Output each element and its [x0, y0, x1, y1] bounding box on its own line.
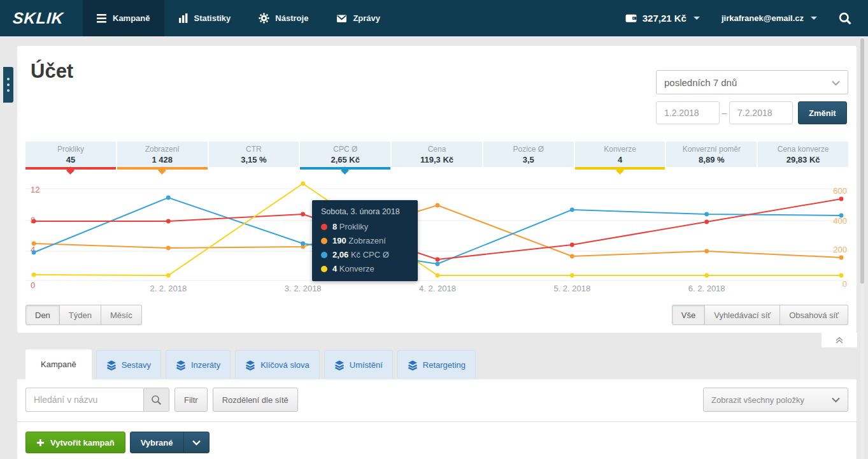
search-input[interactable]	[25, 388, 143, 412]
filter-button[interactable]: Filtr	[174, 388, 208, 412]
campaigns-panel: Filtr Rozdělení dle sítě Zobrazit všechn…	[17, 379, 857, 459]
account-balance-dropdown[interactable]: 327,21 Kč	[625, 13, 700, 24]
tooltip-row: 4 Konverze	[321, 264, 409, 273]
page-title: Účet	[31, 60, 73, 83]
gear-icon	[259, 13, 269, 24]
nav-label: Statistiky	[194, 13, 231, 23]
layers-icon	[176, 360, 186, 370]
chart-point-Prokliky	[839, 197, 844, 201]
create-campaign-button[interactable]: Vytvořit kampaň	[25, 432, 125, 453]
network-vyhledavaci[interactable]: Vyhledávací síť	[705, 305, 780, 325]
performance-chart[interactable]: 1284060040020002. 2. 20183. 2. 20184. 2.…	[25, 181, 848, 304]
account-overview-panel: Účet posledních 7 dnů – Změnit Prokliky …	[17, 46, 857, 333]
double-chevron-up-icon	[834, 336, 844, 344]
show-items-select[interactable]: Zobrazit všechny položky	[703, 388, 848, 412]
change-date-button[interactable]: Změnit	[798, 101, 847, 124]
chart-point-Prokliky	[301, 212, 305, 217]
metric-underline	[300, 167, 390, 170]
nav-item-zpravy[interactable]: Zprávy	[322, 0, 394, 36]
page-scrollbar[interactable]	[860, 36, 864, 459]
metric-tab-pozice[interactable]: Pozice Ø 3,5	[483, 142, 574, 167]
x-axis-label: 6. 2. 2018	[688, 284, 725, 293]
nav-item-nastroje[interactable]: Nástroje	[245, 0, 322, 36]
x-axis-label: 5. 2. 2018	[553, 284, 590, 293]
chevron-down-icon	[832, 77, 840, 88]
sklik-logo[interactable]: SKLIK	[0, 0, 84, 36]
chevron-down-icon	[694, 17, 700, 20]
chart-point-Prokliky	[704, 220, 709, 224]
side-panel-handle[interactable]	[3, 67, 13, 103]
granularity-tyden[interactable]: Týden	[60, 305, 101, 325]
metric-tab-cpc[interactable]: CPC Ø 2,65 Kč	[300, 142, 390, 167]
granularity-den[interactable]: Den	[25, 305, 60, 325]
tab-retargeting[interactable]: Retargeting	[397, 350, 476, 379]
nav-item-statistiky[interactable]: Statistiky	[164, 0, 245, 36]
tab-umisteni[interactable]: Umístění	[324, 350, 393, 379]
metric-tab-cena[interactable]: Cena 119,3 Kč	[392, 142, 482, 167]
chart-point-CPC Ø	[32, 251, 36, 255]
layers-icon	[408, 360, 418, 370]
granularity-mesic[interactable]: Měsíc	[101, 305, 142, 325]
chart-point-Prokliky	[436, 258, 440, 262]
chart-tooltip: Sobota, 3. února 2018 8 Prokliky 190 Zob…	[312, 200, 418, 281]
campaign-actions: Vytvořit kampaň Vybrané	[25, 432, 848, 453]
layers-icon	[106, 360, 117, 370]
metric-underline	[117, 167, 208, 170]
x-axis-label: 4. 2. 2018	[419, 284, 456, 293]
tab-sestavy[interactable]: Sestavy	[96, 350, 161, 379]
tab-klicova-slova[interactable]: Klíčová slova	[235, 350, 320, 379]
chart-point-Prokliky	[32, 219, 36, 224]
metric-tab-konverze[interactable]: Konverze 4	[575, 142, 665, 167]
right-axis-tick: 0	[843, 279, 847, 289]
search-submit-button[interactable]	[143, 388, 169, 412]
date-to-input[interactable]	[729, 101, 793, 124]
network-obsahova[interactable]: Obsahová síť	[780, 305, 848, 325]
chart-point-Prokliky	[166, 219, 171, 224]
chart-point-Prokliky	[570, 243, 574, 247]
metric-tab-cena-konverze[interactable]: Cena konverze 29,83 Kč	[758, 142, 848, 167]
chevron-down-icon	[183, 432, 209, 453]
chevron-down-icon	[811, 17, 817, 20]
metric-tab-prokliky[interactable]: Prokliky 45	[25, 142, 116, 167]
search-icon[interactable]	[839, 12, 851, 25]
left-axis-tick: 0	[31, 280, 35, 290]
tooltip-row: 190 Zobrazení	[321, 236, 409, 245]
split-by-network-button[interactable]: Rozdělení dle sítě	[213, 388, 298, 412]
chart-point-CPC Ø	[704, 212, 709, 217]
tab-inzeraty[interactable]: Inzeráty	[166, 350, 231, 379]
campaigns-section: Kampaně Sestavy Inzeráty Klíčová slova U…	[17, 349, 857, 459]
metric-tab-ctr[interactable]: CTR 3,15 %	[209, 142, 299, 167]
top-navbar: SKLIK Kampaně Statistiky Nástroje Zprávy	[0, 0, 868, 36]
search-icon	[151, 395, 162, 405]
collapse-chart-button[interactable]	[822, 333, 857, 347]
selected-actions-button[interactable]: Vybrané	[130, 432, 210, 453]
date-range-controls: posledních 7 dnů – Změnit	[656, 70, 848, 124]
nav-item-kampane[interactable]: Kampaně	[83, 0, 164, 36]
series-dot-zobrazeni	[321, 238, 327, 244]
nav-label: Zprávy	[353, 13, 380, 23]
network-switch: Vše Vyhledávací síť Obsahová síť	[672, 305, 848, 325]
metric-tab-konverzni-pomer[interactable]: Konverzní poměr 8,89 %	[666, 142, 757, 167]
chart-point-Zobrazení	[166, 246, 171, 251]
chart-point-Konverze	[301, 182, 305, 186]
right-axis-tick: 400	[833, 216, 847, 226]
chart-point-CPC Ø	[839, 214, 844, 218]
period-select[interactable]: posledních 7 dnů	[656, 70, 848, 94]
user-menu[interactable]: jirkafranek@email.cz	[722, 13, 817, 23]
network-vse[interactable]: Vše	[672, 305, 705, 325]
scrollbar-thumb[interactable]	[860, 38, 864, 284]
date-from-input[interactable]	[656, 101, 720, 124]
bar-chart-icon	[178, 13, 189, 23]
metric-underline	[25, 167, 116, 170]
tab-kampane[interactable]: Kampaně	[25, 349, 92, 379]
main-nav: Kampaně Statistiky Nástroje Zprávy	[83, 0, 394, 36]
chart-point-Zobrazení	[570, 254, 574, 259]
metric-underline	[575, 167, 665, 170]
x-axis-label: 3. 2. 2018	[285, 284, 322, 293]
chart-point-Zobrazení	[436, 203, 440, 208]
entity-tabs: Kampaně Sestavy Inzeráty Klíčová slova U…	[17, 349, 857, 379]
metric-tabs: Prokliky 45 Zobrazení 1 428 CTR 3,15 % C…	[25, 142, 848, 167]
nav-label: Nástroje	[275, 13, 308, 23]
period-select-value: posledních 7 dnů	[664, 77, 737, 88]
metric-tab-zobrazeni[interactable]: Zobrazení 1 428	[117, 142, 208, 167]
